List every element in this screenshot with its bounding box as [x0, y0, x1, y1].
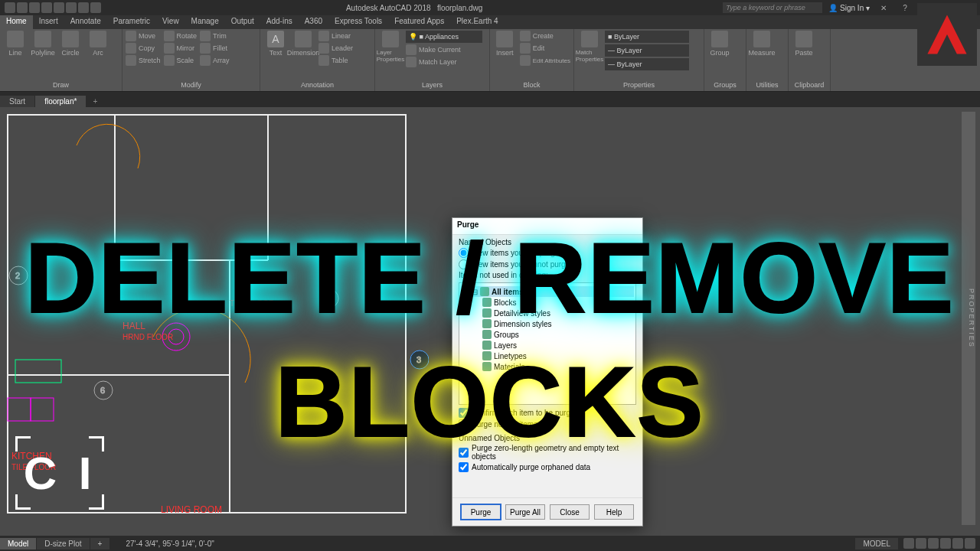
tab-view[interactable]: View	[156, 15, 185, 29]
app-menu-icon[interactable]	[5, 2, 15, 13]
layout-tab[interactable]: D-size Plot	[37, 538, 89, 549]
match-layer-button[interactable]: Match Layer	[406, 57, 486, 67]
confirm-checkbox[interactable]: Confirm each item to be purged	[459, 408, 636, 418]
copy-button[interactable]: Copy	[126, 43, 161, 54]
purge-button[interactable]: Purge	[461, 504, 501, 520]
panel-properties: Match Properties ■ ByLayer — ByLayer — B…	[574, 29, 704, 91]
purge-all-button[interactable]: Purge All	[505, 504, 545, 520]
tree-node[interactable]: Linetypes	[461, 350, 634, 361]
polar-toggle-icon[interactable]	[940, 538, 951, 549]
leader-button[interactable]: Leader	[318, 43, 353, 54]
edit-attr-button[interactable]: Edit Attributes	[520, 55, 570, 66]
undo-icon[interactable]	[78, 2, 89, 13]
new-tab-button[interactable]: +	[87, 96, 103, 107]
scale-button[interactable]: Scale	[164, 55, 198, 66]
purge-tree[interactable]: ⊟ All items Blocks Detailview styles Dim…	[459, 282, 636, 405]
arc-button[interactable]: Arc	[86, 31, 110, 57]
dimension-button[interactable]: Dimension	[291, 31, 315, 57]
tree-node[interactable]: Blocks	[461, 297, 634, 308]
mirror-button[interactable]: Mirror	[164, 43, 198, 54]
tab-home[interactable]: Home	[0, 15, 33, 29]
radio-cannot-purge[interactable]: View items you cannot purge	[459, 259, 636, 269]
file-tabs: Start floorplan* +	[0, 92, 980, 107]
new-layout-button[interactable]: +	[90, 538, 110, 549]
tab-start[interactable]: Start	[0, 96, 34, 107]
ortho-toggle-icon[interactable]	[928, 538, 939, 549]
text-button[interactable]: AText	[263, 31, 288, 57]
osnap-toggle-icon[interactable]	[952, 538, 963, 549]
drawing-canvas[interactable]: HALL HRND FLOOR TILE FLOOR KITCHEN TILE …	[0, 107, 980, 534]
create-block-button[interactable]: Create	[520, 31, 570, 41]
tree-node[interactable]: Materials	[461, 361, 634, 372]
tree-node[interactable]: Groups	[461, 329, 634, 340]
help-icon[interactable]: ?	[897, 4, 913, 12]
tab-express[interactable]: Express Tools	[328, 15, 388, 29]
stretch-button[interactable]: Stretch	[126, 55, 161, 66]
modelspace-toggle[interactable]: MODEL	[855, 538, 898, 549]
linear-button[interactable]: Linear	[318, 31, 353, 41]
radio-can-purge[interactable]: View items you can purge	[459, 248, 636, 258]
circle-button[interactable]: Circle	[58, 31, 83, 57]
color-combo[interactable]: ■ ByLayer	[605, 31, 689, 43]
close-dialog-button[interactable]: Close	[550, 504, 590, 520]
line-button[interactable]: Line	[3, 31, 28, 57]
polyline-button[interactable]: Polyline	[31, 31, 55, 57]
tree-root[interactable]: ⊟ All items	[461, 286, 634, 297]
tab-featured[interactable]: Featured Apps	[388, 15, 450, 29]
tab-manage[interactable]: Manage	[185, 15, 225, 29]
linetype-combo[interactable]: — ByLayer	[605, 44, 689, 57]
orphaned-checkbox[interactable]: Automatically purge orphaned data	[459, 462, 636, 472]
layer-properties-button[interactable]: Layer Properties	[378, 31, 403, 63]
new-icon[interactable]	[17, 2, 28, 13]
tab-addins[interactable]: Add-ins	[260, 15, 299, 29]
lineweight-combo[interactable]: — ByLayer	[605, 58, 689, 70]
panel-annotation: AText Dimension Linear Leader Table Anno…	[260, 29, 375, 91]
match-props-button[interactable]: Match Properties	[577, 31, 602, 63]
help-search-input[interactable]: Type a keyword or phrase	[723, 2, 822, 13]
plot-icon[interactable]	[66, 2, 77, 13]
nested-checkbox[interactable]: Purge nested items	[459, 419, 636, 429]
fillet-button[interactable]: Fillet	[200, 43, 230, 54]
array-button[interactable]: Array	[200, 55, 230, 66]
unnamed-section: Unnamed Objects	[459, 434, 636, 442]
help-button[interactable]: Help	[594, 504, 634, 520]
ribbon: Line Polyline Circle Arc Draw Move Copy …	[0, 29, 980, 92]
save-icon[interactable]	[41, 2, 52, 13]
edit-block-button[interactable]: Edit	[520, 43, 570, 54]
rotate-button[interactable]: Rotate	[164, 31, 198, 41]
snap-toggle-icon[interactable]	[916, 538, 926, 549]
redo-icon[interactable]	[90, 2, 101, 13]
grid-toggle-icon[interactable]	[903, 538, 914, 549]
open-icon[interactable]	[29, 2, 40, 13]
saveas-icon[interactable]	[54, 2, 64, 13]
measure-button[interactable]: Measure	[750, 31, 774, 57]
exchange-icon[interactable]: ✕	[876, 4, 891, 12]
make-current-button[interactable]: Make Current	[406, 44, 486, 55]
tab-output[interactable]: Output	[225, 15, 260, 29]
panel-groups: Group Groups	[704, 29, 746, 91]
trim-button[interactable]: Trim	[200, 31, 230, 41]
table-button[interactable]: Table	[318, 55, 353, 66]
zero-length-checkbox[interactable]: Purge zero-length geometry and empty tex…	[459, 444, 636, 461]
group-button[interactable]: Group	[707, 31, 732, 57]
move-button[interactable]: Move	[126, 31, 161, 41]
panel-utilities: Measure Utilities	[746, 29, 789, 91]
lineweight-toggle-icon[interactable]	[965, 538, 975, 549]
paste-button[interactable]: Paste	[792, 31, 816, 57]
dim-icon	[482, 319, 492, 328]
tab-floorplan[interactable]: floorplan*	[35, 96, 86, 107]
tree-node[interactable]: Detailview styles	[461, 308, 634, 318]
tab-plexearth[interactable]: Plex.Earth 4	[450, 15, 504, 29]
tree-node[interactable]: Layers	[461, 340, 634, 350]
insert-block-button[interactable]: Insert	[493, 31, 517, 57]
signin-button[interactable]: 👤 Sign In ▾	[828, 4, 870, 12]
svg-text:HRND
FLOOR: HRND FLOOR	[122, 333, 173, 341]
tab-parametric[interactable]: Parametric	[107, 15, 156, 29]
tab-annotate[interactable]: Annotate	[64, 15, 107, 29]
tab-insert[interactable]: Insert	[33, 15, 64, 29]
layer-combo[interactable]: 💡 ■ Appliances	[406, 31, 482, 43]
tab-a360[interactable]: A360	[299, 15, 328, 29]
model-tab[interactable]: Model	[0, 538, 36, 549]
properties-palette[interactable]: PROPERTIES	[962, 112, 975, 525]
tree-node[interactable]: Dimension styles	[461, 318, 634, 329]
